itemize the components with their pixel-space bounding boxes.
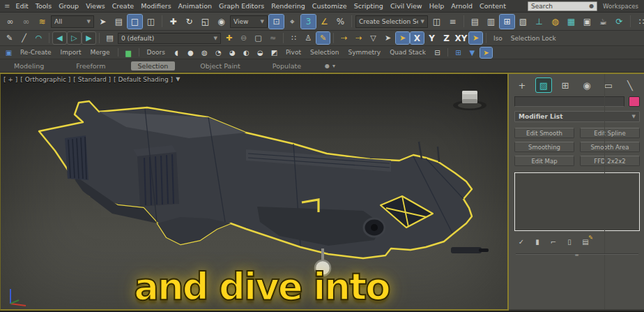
shape-icon-1[interactable]: ◖	[171, 47, 183, 58]
layer-dropdown[interactable]: 0 (default)▼	[118, 33, 221, 44]
menu-edit[interactable]: Edit	[15, 2, 28, 10]
person-icon[interactable]: ♙	[302, 32, 315, 44]
configure-modifier-sets-icon[interactable]: ▤✎	[580, 237, 591, 247]
menu-modifiers[interactable]: Modifiers	[141, 2, 171, 10]
brush-icon[interactable]: ╱	[17, 32, 31, 44]
key-next-icon[interactable]: ▶	[82, 32, 95, 44]
align-icon[interactable]: ≡	[445, 15, 460, 29]
menu-views[interactable]: Views	[86, 2, 105, 10]
ribbon-tab-selection[interactable]: Selection	[131, 61, 176, 70]
shape-icon-7[interactable]: ◒	[254, 47, 266, 58]
select-and-rotate-icon[interactable]: ↻	[182, 15, 197, 29]
ribbon-tab-modeling[interactable]: Modeling	[7, 61, 51, 70]
material-slot-icon[interactable]: ▆	[123, 47, 135, 58]
key-prev-icon[interactable]: ◀	[53, 32, 66, 44]
waves-icon[interactable]: ≈	[266, 32, 279, 44]
pin-stack-icon[interactable]: ✓	[516, 237, 527, 247]
merge-button[interactable]: Merge	[86, 49, 113, 56]
percent-snap-icon[interactable]: %	[333, 15, 348, 29]
viewport-label-caret-icon[interactable]: ▼	[176, 76, 180, 83]
edit-poly-icon[interactable]: ✎	[316, 32, 330, 44]
menu-arnold[interactable]: Arnold	[451, 2, 473, 10]
select-by-name-icon[interactable]: ▤	[112, 15, 126, 29]
angle-snap-icon[interactable]: ∠	[317, 15, 332, 29]
utilities-tab-icon[interactable]: ╲	[622, 78, 638, 92]
viewcube[interactable]	[449, 82, 491, 113]
doors-button[interactable]: Doors	[144, 49, 169, 56]
scene-explorer-icon[interactable]: ▤	[468, 15, 482, 29]
modifier-stack-list[interactable]	[514, 172, 640, 231]
shape-icon-4[interactable]: ◔	[213, 47, 224, 58]
pivot-button[interactable]: Pivot	[282, 49, 305, 56]
manipulate-cursor-icon[interactable]: ➤	[469, 32, 482, 44]
search-input[interactable]: Search ●	[528, 1, 597, 11]
select-and-scale-icon[interactable]: ◱	[198, 15, 213, 29]
reference-coordinate-dropdown[interactable]: View▼	[230, 15, 268, 28]
render-production-icon[interactable]: ☕	[596, 15, 611, 29]
viewport[interactable]: [ + ] [ Orthographic ] [ Standard ] [ De…	[0, 74, 509, 311]
menu-content[interactable]: Content	[480, 2, 506, 10]
modifier-button-smoothing[interactable]: Smoothing	[514, 142, 574, 152]
axis-y-button[interactable]: Y	[425, 32, 438, 44]
layer-explorer-icon[interactable]: ▥	[484, 15, 498, 29]
object-color-swatch[interactable]	[629, 96, 640, 107]
named-selection-sets-dropdown[interactable]: Create Selection Set▼	[355, 15, 428, 28]
menu-rendering[interactable]: Rendering	[271, 2, 305, 10]
cursor-select-icon[interactable]: ➤	[381, 32, 394, 44]
list-icon[interactable]: ▤	[103, 32, 116, 44]
modifier-list-dropdown[interactable]: Modifier List ▼	[514, 111, 640, 122]
menu-tools[interactable]: Tools	[36, 2, 52, 10]
selection-button[interactable]: Selection	[307, 49, 342, 56]
menu-scripting[interactable]: Scripting	[354, 2, 383, 10]
select-and-place-icon[interactable]: ◉	[214, 15, 229, 29]
workspaces-label[interactable]: Workspaces	[603, 3, 638, 10]
viewport-menu-pov[interactable]: [ Orthographic ]	[20, 76, 70, 83]
axis-x-button[interactable]: X	[411, 32, 424, 44]
shape-icon-3[interactable]: ◍	[199, 47, 210, 58]
arc-point-icon[interactable]: ◠	[32, 32, 45, 44]
render-setup-icon[interactable]: ▦	[564, 15, 578, 29]
window-crossing-icon[interactable]: ◫	[144, 15, 158, 29]
selection-filter-dropdown[interactable]: All▼	[51, 15, 94, 28]
menu-help[interactable]: Help	[429, 2, 445, 10]
ribbon-caret-icon[interactable]: ▾	[332, 63, 335, 69]
grid-dots-icon[interactable]: ∷	[287, 32, 300, 44]
new-page-icon[interactable]: ▢	[252, 32, 265, 44]
import-button[interactable]: Import	[57, 49, 85, 56]
quad-stack-button[interactable]: Quad Stack	[386, 49, 429, 56]
remove-layer-icon[interactable]: ⊖	[237, 32, 250, 44]
symmetry-button[interactable]: Symmetry	[344, 49, 384, 56]
create-tab-icon[interactable]: +	[514, 78, 530, 92]
mirror-icon[interactable]: ◫	[429, 15, 444, 29]
menu-group[interactable]: Group	[59, 2, 79, 10]
project-icon[interactable]: ▣	[3, 47, 15, 58]
hierarchy-tab-icon[interactable]: ⊞	[558, 78, 573, 92]
motion-tab-icon[interactable]: ◉	[579, 78, 595, 92]
shape-icon-6[interactable]: ◐	[240, 47, 252, 58]
pencil-icon[interactable]: ✎	[3, 32, 16, 44]
selection-lock-label[interactable]: Selection Lock	[507, 35, 560, 42]
menu-graph-editors[interactable]: Graph Editors	[219, 2, 264, 10]
material-editor-icon[interactable]: ◍	[548, 15, 562, 29]
modifier-button-edit-spline[interactable]: Edit Spline	[580, 128, 640, 138]
viewport-menu-standard[interactable]: [ Standard ]	[73, 76, 111, 83]
modifier-button-smooth-area[interactable]: Smooth Area	[580, 142, 640, 152]
axis-xy-button[interactable]: XY	[454, 32, 468, 44]
select-and-link-icon[interactable]: ∞	[3, 15, 17, 29]
select-object-icon[interactable]: ➤	[95, 15, 110, 29]
grid-blue-icon[interactable]: ⊞	[452, 47, 464, 58]
modify-tab-icon[interactable]: ▨	[536, 78, 551, 92]
render-iterative-icon[interactable]: ⟳	[612, 15, 627, 29]
rollout-divider[interactable]: ▬	[516, 253, 638, 255]
snaps-toggle-icon[interactable]: 3	[301, 15, 316, 29]
menu-animation[interactable]: Animation	[178, 2, 212, 10]
bind-to-spacewarp-icon[interactable]: ≋	[35, 15, 49, 29]
triangle-select-icon[interactable]: ▽	[367, 32, 380, 44]
notes-icon[interactable]: ⊟	[431, 47, 443, 58]
ribbon-toggle-icon[interactable]: ⊞	[500, 15, 514, 29]
menu-create[interactable]: Create	[112, 2, 135, 10]
viewport-menu-general[interactable]: [ + ]	[3, 76, 17, 83]
paint-select-icon[interactable]: ➤	[480, 47, 492, 58]
follow-path-icon[interactable]: ⇢	[337, 32, 351, 44]
schematic-view-icon[interactable]: ⊥	[532, 15, 546, 29]
